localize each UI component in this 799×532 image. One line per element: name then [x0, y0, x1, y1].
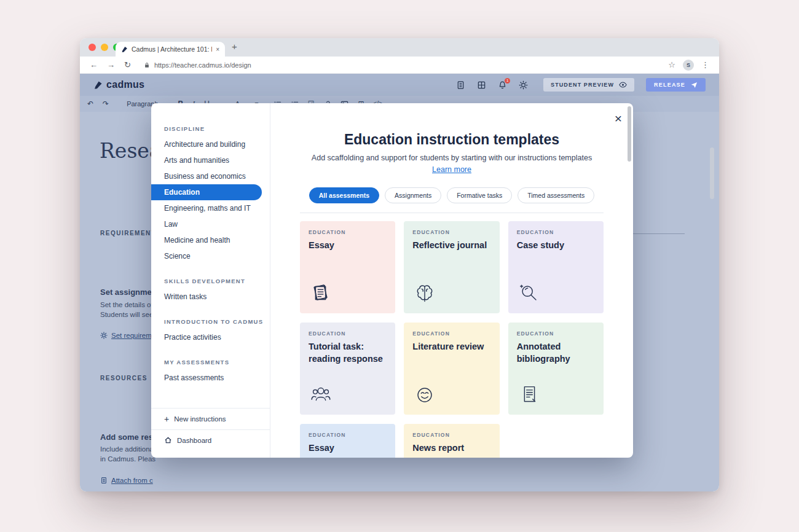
app-scrollbar[interactable]	[710, 147, 714, 199]
reload-icon[interactable]: ↻	[124, 60, 131, 69]
address-bar-actions: ☆ S ⋮	[668, 60, 709, 71]
close-icon[interactable]: ×	[615, 112, 622, 125]
notes-icon[interactable]	[456, 80, 465, 90]
card-title: Essay	[309, 240, 385, 252]
forward-icon[interactable]: →	[107, 60, 115, 69]
assessment-filter-tabs: All assessments Assignments Formative ta…	[270, 187, 633, 203]
card-title: Reflective journal	[412, 240, 489, 252]
modal-content: × Education instruction templates Add sc…	[270, 103, 633, 458]
url-field[interactable]: https://teacher.cadmus.io/design	[144, 61, 659, 69]
sidebar-item-medicine[interactable]: Medicine and health	[151, 232, 270, 248]
redo-icon[interactable]: ↷	[103, 100, 109, 108]
template-card-literature-review[interactable]: EDUCATION Literature review	[404, 323, 499, 415]
brain-icon	[412, 281, 438, 307]
resources-text-line1: Include additional	[100, 445, 155, 453]
sidebar-item-education[interactable]: Education	[151, 184, 262, 200]
magnifier-icon	[516, 281, 542, 307]
attachment-file-icon	[100, 477, 108, 484]
address-bar: ← → ↻ https://teacher.cadmus.io/design ☆…	[80, 57, 719, 74]
set-requirements-link[interactable]: Set requireme	[100, 332, 155, 339]
browser-tab[interactable]: Cadmus | Architecture 101: Ins ×	[116, 42, 225, 57]
set-assignment-heading: Set assignment	[100, 288, 159, 297]
new-instructions-label: New instructions	[174, 415, 226, 423]
new-tab-button[interactable]: +	[232, 41, 237, 52]
sidebar-item-engineering[interactable]: Engineering, maths and IT	[151, 200, 270, 216]
template-card-essay[interactable]: EDUCATION Essay	[300, 221, 395, 313]
filter-formative-tasks[interactable]: Formative tasks	[447, 187, 512, 203]
cadmus-logo[interactable]: cadmus	[93, 79, 144, 90]
divider	[300, 213, 604, 213]
learn-more-link[interactable]: Learn more	[432, 165, 471, 174]
sidebar-item-written-tasks[interactable]: Written tasks	[151, 289, 270, 305]
settings-gear-icon[interactable]	[519, 80, 528, 90]
padlock-icon	[144, 62, 150, 68]
card-category: EDUCATION	[517, 331, 595, 337]
tab-title: Cadmus | Architecture 101: Ins	[132, 45, 212, 53]
template-card-news-report[interactable]: EDUCATION News report	[404, 424, 499, 458]
bookmark-star-icon[interactable]: ☆	[668, 60, 675, 69]
card-title: Annotated bibliography	[517, 341, 594, 365]
sidebar-item-law[interactable]: Law	[151, 216, 270, 232]
plus-icon: +	[164, 415, 169, 423]
new-instructions-button[interactable]: + New instructions	[151, 409, 270, 429]
dashboard-button[interactable]: Dashboard	[151, 430, 270, 450]
templates-modal: DISCIPLINE Architecture and building Art…	[151, 103, 633, 458]
sidebar-item-business[interactable]: Business and economics	[151, 168, 270, 184]
filter-timed-assessments[interactable]: Timed assessments	[518, 187, 594, 203]
stage: Cadmus | Architecture 101: Ins × + ← → ↻…	[0, 0, 799, 532]
resources-section-label: RESOURCES	[100, 375, 148, 381]
document-icon	[516, 382, 542, 408]
app-header-actions: 1 STUDENT PREVIEW RELEASE	[456, 78, 706, 92]
template-card-reflective-journal[interactable]: EDUCATION Reflective journal	[404, 221, 499, 313]
browser-menu-icon[interactable]: ⋮	[701, 60, 709, 69]
eye-icon	[619, 82, 627, 88]
close-window-button[interactable]	[89, 44, 96, 51]
student-preview-button[interactable]: STUDENT PREVIEW	[543, 78, 634, 92]
filter-all-assessments[interactable]: All assessments	[309, 187, 379, 203]
card-category: EDUCATION	[309, 432, 387, 438]
attach-from-computer-link[interactable]: Attach from c	[100, 477, 153, 484]
notification-badge: 1	[505, 78, 510, 84]
tab-close-icon[interactable]: ×	[216, 46, 219, 53]
sidebar-item-arts[interactable]: Arts and humanities	[151, 152, 270, 168]
modal-scrollbar[interactable]	[628, 106, 631, 162]
card-title: Tutorial task: reading response	[309, 341, 385, 365]
card-category: EDUCATION	[517, 229, 595, 235]
sidebar-item-science[interactable]: Science	[151, 248, 270, 264]
resources-text-line2: in Cadmus. Pleas	[100, 455, 155, 463]
people-icon	[308, 382, 334, 408]
grid-panel-icon[interactable]	[477, 80, 486, 90]
release-button[interactable]: RELEASE	[646, 78, 706, 92]
card-category: EDUCATION	[412, 331, 490, 337]
back-icon[interactable]: ←	[90, 60, 98, 69]
template-card-tutorial-task[interactable]: EDUCATION Tutorial task: reading respons…	[300, 323, 395, 415]
undo-icon[interactable]: ↶	[87, 100, 93, 108]
template-card-annotated-bibliography[interactable]: EDUCATION Annotated bibliography	[508, 323, 604, 415]
card-title: Literature review	[412, 341, 489, 353]
card-title: Case study	[517, 240, 594, 252]
notifications-bell-icon[interactable]: 1	[498, 80, 507, 90]
card-title: News report	[412, 442, 489, 455]
home-icon	[164, 436, 172, 444]
sidebar-item-past-assessments[interactable]: Past assessments	[151, 370, 270, 386]
attach-link-label: Attach from c	[111, 477, 153, 484]
add-resources-heading: Add some reso	[100, 432, 158, 442]
card-category: EDUCATION	[412, 432, 490, 438]
set-requirements-link-label: Set requireme	[111, 332, 155, 339]
filter-assignments[interactable]: Assignments	[385, 187, 441, 203]
profile-avatar[interactable]: S	[683, 60, 694, 71]
sidebar-heading-skills: SKILLS DEVELOPMENT	[164, 278, 270, 284]
gear-icon	[100, 332, 108, 339]
release-label: RELEASE	[654, 82, 685, 88]
sidebar-item-practice-activities[interactable]: Practice activities	[151, 329, 270, 345]
template-card-case-study[interactable]: EDUCATION Case study	[508, 221, 604, 313]
modal-sidebar-footer: + New instructions Dashboard	[151, 408, 270, 458]
sidebar-item-architecture[interactable]: Architecture and building	[151, 136, 270, 152]
logo-text: cadmus	[106, 79, 144, 90]
minimize-window-button[interactable]	[101, 44, 108, 51]
template-card-grid: EDUCATION Essay EDUCATION Reflective jou…	[300, 221, 604, 458]
card-category: EDUCATION	[412, 229, 490, 235]
card-category: EDUCATION	[309, 229, 387, 235]
modal-subtitle: Add scaffolding and support for students…	[270, 154, 633, 162]
template-card-essay-2[interactable]: EDUCATION Essay	[300, 424, 395, 458]
